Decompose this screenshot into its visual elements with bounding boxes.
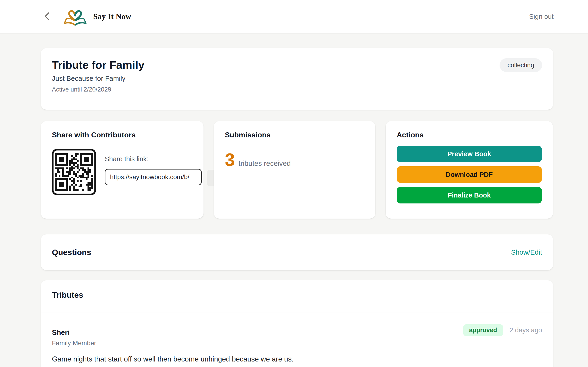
tribute-message: Game nights that start off so well then … — [52, 355, 542, 363]
submissions-count-label: tributes received — [238, 159, 291, 168]
show-edit-link[interactable]: Show/Edit — [511, 248, 542, 256]
tributes-card: Tributes Sheri Family Member approved 2 … — [41, 280, 553, 367]
actions-card: Actions Preview Book Download PDF Finali… — [386, 121, 553, 219]
app-header: Say It Now Sign out — [0, 0, 588, 33]
status-badge: collecting — [500, 58, 542, 72]
finalize-book-button[interactable]: Finalize Book — [397, 187, 542, 203]
active-until-text: Active until 2/20/2029 — [52, 86, 542, 93]
share-link-input[interactable] — [105, 169, 202, 185]
share-heading: Share with Contributors — [52, 131, 192, 139]
share-card: Share with Contributors Share this link: — [41, 121, 204, 219]
questions-card: Questions Show/Edit — [41, 234, 553, 270]
book-overview-card: Tribute for Family Just Because for Fami… — [41, 48, 553, 110]
cards-row: Share with Contributors Share this link:… — [41, 121, 553, 219]
tributes-heading: Tributes — [52, 290, 542, 300]
tribute-author-relationship: Family Member — [52, 340, 96, 347]
download-pdf-button[interactable]: Download PDF — [397, 166, 542, 183]
submissions-card: Submissions 3 tributes received — [214, 121, 375, 219]
brand-name: Say It Now — [93, 12, 131, 21]
back-button[interactable] — [42, 11, 52, 22]
tribute-timestamp: 2 days ago — [510, 326, 542, 334]
chevron-left-icon — [44, 12, 50, 22]
share-link-label: Share this link: — [105, 155, 202, 163]
preview-book-button[interactable]: Preview Book — [397, 146, 542, 162]
submissions-heading: Submissions — [225, 131, 364, 139]
questions-heading: Questions — [52, 248, 91, 257]
brand: Say It Now — [61, 6, 131, 27]
page-title: Tribute for Family — [52, 59, 542, 71]
qr-code-icon — [52, 149, 96, 195]
sign-out-link[interactable]: Sign out — [529, 13, 553, 20]
tribute-author-name: Sheri — [52, 328, 96, 337]
book-heart-logo-icon — [61, 8, 89, 27]
submissions-count: 3 — [225, 151, 235, 169]
book-subtitle: Just Because for Family — [52, 75, 542, 82]
actions-heading: Actions — [397, 131, 542, 139]
main-content: Tribute for Family Just Because for Fami… — [0, 33, 588, 367]
approved-status-badge: approved — [463, 324, 503, 336]
tribute-list-item: Sheri Family Member approved 2 days ago … — [41, 312, 553, 363]
